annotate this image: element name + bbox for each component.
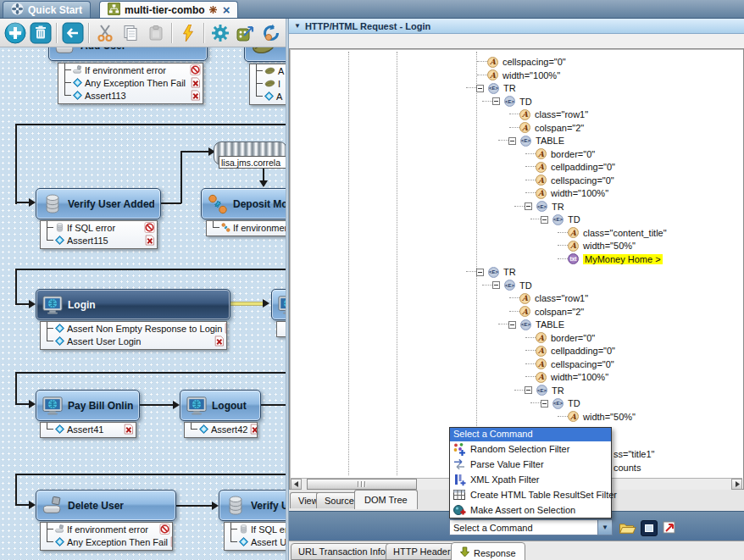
tab-quick-start[interactable]: Quick Start xyxy=(3,1,91,18)
expander-icon[interactable] xyxy=(541,216,548,224)
dom-tree-node[interactable]: Awidth="50%" xyxy=(558,411,636,423)
dom-tree-node[interactable]: Awidth="50%" xyxy=(558,240,636,252)
command-option[interactable]: XML Xpath Filter xyxy=(450,472,611,487)
node-delete-user[interactable]: Delete User xyxy=(36,490,176,521)
node-deposit-money[interactable]: Deposit Mo xyxy=(201,188,286,219)
node-pay-bill-online[interactable]: Pay Bill Online xyxy=(36,390,140,421)
node-assertion-row[interactable]: A xyxy=(250,64,286,77)
tab-url-transaction-info[interactable]: URL Transaction Info xyxy=(291,543,393,560)
command-option[interactable]: Make Assert on Selection xyxy=(450,502,611,518)
dom-tree-node[interactable]: <E>TR xyxy=(466,266,516,278)
tab-response[interactable]: Response xyxy=(451,542,525,560)
export-response-button[interactable] xyxy=(660,519,679,536)
dom-tree-node[interactable]: Acolspan="2" xyxy=(509,122,584,134)
node-assertion-row[interactable]: Assert115 xyxy=(41,234,157,247)
close-icon[interactable]: × xyxy=(223,6,230,14)
dom-tree-node[interactable]: Aclass="row1" xyxy=(509,108,588,120)
tab-multi-tier-combo[interactable]: multi-tier-combo × xyxy=(99,1,238,18)
expander-icon[interactable] xyxy=(508,137,516,145)
dom-tree-node[interactable]: <E>TD xyxy=(530,397,580,409)
node-verify-user-added[interactable]: Verify User Added xyxy=(36,188,161,219)
dom-tree-node[interactable]: <E>TD xyxy=(482,96,532,108)
panel-window-button[interactable] xyxy=(641,520,658,536)
dom-tree-node[interactable]: Awidth="100%" xyxy=(525,187,608,199)
node-assertion-row[interactable]: If environmen xyxy=(207,221,286,234)
toolbar-button-settings[interactable] xyxy=(208,20,233,46)
dom-tree-node[interactable]: Acellpadding="0" xyxy=(525,345,615,357)
pin-icon[interactable] xyxy=(209,4,217,16)
expander-icon[interactable] xyxy=(525,386,532,394)
node-assertion-row[interactable]: If environment error xyxy=(41,523,172,535)
node-assertion-row[interactable]: Assert Non Empty Response to Login xyxy=(41,322,226,335)
open-folder-button[interactable] xyxy=(618,519,636,536)
dom-tree-node[interactable]: Aborder="0" xyxy=(525,148,595,160)
dom-tree-node-partial[interactable]: ss="title1" xyxy=(614,449,654,459)
node-assertion-row[interactable]: I xyxy=(250,77,286,90)
dom-tree-node[interactable]: <E>TD xyxy=(482,280,532,291)
node-assertion-row[interactable]: A xyxy=(250,90,286,103)
dom-tree-node[interactable]: Awidth="100%" xyxy=(525,371,608,383)
dom-tree-node[interactable]: <E>TR xyxy=(466,82,516,94)
command-combobox[interactable]: Select a Command ▼ xyxy=(449,519,613,535)
command-option-selected[interactable]: Select a Command xyxy=(450,428,611,441)
dom-tree-node[interactable]: Awidth="100%" xyxy=(477,69,560,81)
node-assertion-row[interactable]: Assert113 xyxy=(58,89,203,102)
toolbar-button-delete[interactable] xyxy=(28,20,53,46)
toolbar-button-cut[interactable] xyxy=(92,20,118,46)
dom-tree-node[interactable]: txtMyMoney Home > xyxy=(558,253,663,265)
expander-icon[interactable] xyxy=(476,269,484,276)
expander-icon[interactable] xyxy=(508,321,516,329)
toolbar-button-paste[interactable] xyxy=(143,20,169,46)
expander-icon[interactable] xyxy=(541,400,548,408)
command-option[interactable]: Parse Value Filter xyxy=(450,457,611,472)
node-assertion-row[interactable]: Any Exception Then Fail xyxy=(58,76,203,89)
toolbar-button-deploy[interactable] xyxy=(233,20,258,46)
toolbar-button-copy[interactable] xyxy=(118,20,143,46)
toolbar-button-add[interactable] xyxy=(3,20,28,46)
node-next-step-partial[interactable] xyxy=(271,289,286,320)
scroll-left-button[interactable] xyxy=(291,479,302,490)
expander-icon[interactable] xyxy=(525,202,532,210)
dom-tree-node[interactable]: <E>TABLE xyxy=(498,319,564,330)
dom-tree-node[interactable]: <E>TD xyxy=(530,213,580,225)
scroll-right-button[interactable] xyxy=(731,479,742,490)
node-verify-user-deleted[interactable]: Verify U xyxy=(219,490,286,521)
node-logout[interactable]: Logout xyxy=(180,390,261,421)
dom-tree-node[interactable]: <E>TR xyxy=(514,201,564,213)
dom-tree-node[interactable]: Acellspacing="0" xyxy=(525,358,614,370)
node-assertion-row[interactable]: Assert42 xyxy=(185,423,257,435)
node-bean-step[interactable] xyxy=(244,47,286,62)
node-assertion-row[interactable]: If SQL error xyxy=(41,221,157,234)
expander-icon[interactable] xyxy=(476,85,484,92)
node-assertion-row[interactable]: If environment error xyxy=(58,64,203,76)
dom-tree-node[interactable]: Aclass="row1" xyxy=(509,292,588,304)
dom-tree-node[interactable]: Acellspacing="0" xyxy=(477,56,566,68)
node-assertion-row[interactable]: Assert User Login xyxy=(41,335,226,347)
dom-tree-node[interactable]: Acellspacing="0" xyxy=(525,175,614,186)
dom-tree-node[interactable]: <E>TR xyxy=(514,385,564,396)
tab-dom-tree[interactable]: DOM Tree xyxy=(354,490,418,509)
dom-tree-node[interactable]: <E>TABLE xyxy=(498,135,564,147)
command-option[interactable]: Random Selection Filter xyxy=(450,441,611,457)
node-assertion-row[interactable]: Assert41 xyxy=(41,423,136,435)
node-assertion-row[interactable]: Any Exception Then Fail xyxy=(41,535,172,548)
node-login[interactable]: Login xyxy=(36,289,230,320)
node-add-user[interactable]: Add User xyxy=(48,47,208,61)
toolbar-button-back[interactable] xyxy=(60,20,86,46)
dom-tree-node[interactable]: Acolspan="2" xyxy=(509,306,584,318)
scrollbar-thumb[interactable] xyxy=(307,479,417,490)
expander-icon[interactable] xyxy=(492,97,500,105)
toolbar-button-revert[interactable] xyxy=(258,20,284,46)
command-option[interactable]: Create HTML Table ResultSet Filter xyxy=(450,487,611,502)
dom-tree-node-partial[interactable]: counts xyxy=(614,463,641,473)
chevron-down-icon[interactable]: ▼ xyxy=(597,520,612,535)
expander-icon[interactable] xyxy=(492,281,500,289)
dom-tree-panel[interactable]: Acellspacing="0"Awidth="100%"<E>TR<E>TDA… xyxy=(291,50,742,478)
collapse-arrow-icon[interactable]: ▼ xyxy=(294,22,301,30)
dom-tree-node[interactable]: Aclass="content_title" xyxy=(558,227,667,239)
node-assertion-row[interactable]: If SQL err xyxy=(225,523,286,535)
dom-tree-node[interactable]: Aborder="0" xyxy=(525,332,595,344)
toolbar-button-run[interactable] xyxy=(175,20,201,46)
node-assertion-row[interactable]: Assert Us xyxy=(225,535,286,548)
dom-tree-node[interactable]: Acellpadding="0" xyxy=(525,161,615,173)
